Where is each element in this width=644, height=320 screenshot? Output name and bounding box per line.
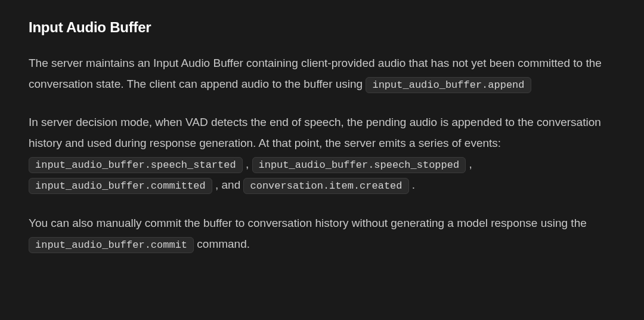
paragraph-3: You can also manually commit the buffer … bbox=[29, 213, 615, 255]
inline-code-speech-started: input_audio_buffer.speech_started bbox=[29, 157, 243, 173]
inline-code-append: input_audio_buffer.append bbox=[366, 77, 531, 93]
para2-text: In server decision mode, when VAD detect… bbox=[29, 116, 601, 149]
inline-code-committed: input_audio_buffer.committed bbox=[29, 178, 212, 194]
para3-text-before: You can also manually commit the buffer … bbox=[29, 217, 587, 229]
paragraph-1: The server maintains an Input Audio Buff… bbox=[29, 53, 615, 95]
inline-code-commit: input_audio_buffer.commit bbox=[29, 237, 194, 253]
inline-code-item-created: conversation.item.created bbox=[243, 178, 408, 194]
paragraph-2: In server decision mode, when VAD detect… bbox=[29, 112, 615, 196]
sep: , and bbox=[212, 179, 244, 191]
section-heading: Input Audio Buffer bbox=[29, 19, 615, 36]
inline-code-speech-stopped: input_audio_buffer.speech_stopped bbox=[252, 157, 466, 173]
sep: , bbox=[243, 158, 252, 170]
para3-text-after: command. bbox=[197, 238, 250, 250]
sep: , bbox=[466, 158, 472, 170]
sep: . bbox=[409, 179, 416, 191]
